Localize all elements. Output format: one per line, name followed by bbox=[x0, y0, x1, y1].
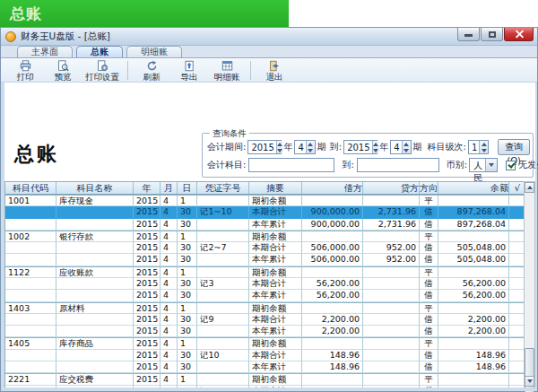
window-border bbox=[1, 83, 4, 391]
column-header[interactable]: 年 bbox=[134, 182, 161, 194]
tab-detail-ledger[interactable]: 明细账 bbox=[126, 46, 182, 57]
minimize-icon bbox=[464, 34, 473, 37]
table-row[interactable]: 2015430本年累计2,200.00借2,200.00 bbox=[5, 326, 525, 337]
minimize-button[interactable] bbox=[457, 28, 480, 41]
table-row[interactable]: 2015430本年累计506,000.00952.00借505,048.00 bbox=[5, 254, 525, 266]
close-button[interactable] bbox=[504, 28, 534, 41]
spinner-arrows-icon[interactable] bbox=[276, 141, 282, 153]
table-row[interactable]: 1405库存商品201541期初余额平 bbox=[5, 337, 525, 349]
query-row-subject: 会计科目: 到: 币别: 人民币 无发生额不显示 bbox=[207, 158, 530, 172]
query-button[interactable]: 查询(Q) bbox=[498, 139, 530, 155]
table-row[interactable]: 1002银行存款201541期初余额平 bbox=[5, 231, 525, 242]
currency-label: 币别: bbox=[447, 159, 467, 171]
table-row[interactable]: 2015430记9本期合计2,200.00借2,200.00 bbox=[5, 314, 525, 326]
app-window: 财务王U盘版 - [总账] 主界面 总账 明细账 打印 预览 打印 bbox=[0, 27, 538, 392]
window-border bbox=[1, 388, 537, 391]
ledger-body: 1001库存现金201541期初余额平2015430记1~10本期合计900,0… bbox=[5, 195, 525, 388]
column-header[interactable]: 方向 bbox=[420, 182, 438, 194]
year-unit-label: 年 bbox=[379, 141, 388, 153]
table-row[interactable]: 2221应交税费201541期初余额平 bbox=[5, 373, 525, 385]
preview-icon bbox=[57, 60, 69, 72]
scroll-down-button[interactable] bbox=[525, 376, 534, 387]
close-icon bbox=[514, 30, 524, 39]
print-settings-button[interactable]: 打印设置 bbox=[82, 59, 123, 82]
period-unit-label: 期 bbox=[413, 141, 422, 153]
year-unit-label: 年 bbox=[283, 141, 292, 153]
screen: 总账 财务王U盘版 - [总账] 主界面 总账 明细账 打印 预览 bbox=[0, 0, 538, 392]
page-banner-title: 总账 bbox=[10, 4, 42, 22]
column-header[interactable]: 摘要 bbox=[249, 182, 302, 194]
subject-label: 会计科目: bbox=[207, 159, 246, 171]
table-row[interactable]: 2015430本年累计148.96借148.96 bbox=[5, 362, 525, 373]
column-header[interactable]: 科目代码 bbox=[5, 182, 56, 194]
column-header[interactable]: 余额 bbox=[438, 182, 509, 194]
refresh-button[interactable]: 刷新 bbox=[133, 59, 170, 82]
table-row[interactable]: 1403原材料201541期初余额平 bbox=[5, 302, 525, 314]
table-row[interactable]: 2015430本年累计56,200.00借56,200.00 bbox=[5, 290, 525, 301]
table-row[interactable]: 1122应收账款201541期初余额平 bbox=[5, 266, 525, 278]
checkbox-check-icon bbox=[506, 161, 516, 170]
from-period-spinner[interactable]: 4 bbox=[294, 140, 315, 154]
column-header[interactable]: 贷方 bbox=[363, 182, 420, 194]
table-row[interactable]: 2015430本年累计900,000.002,731.96借897,268.04 bbox=[5, 219, 525, 231]
window-title: 财务王U盘版 - [总账] bbox=[21, 30, 110, 43]
subject-from-input[interactable] bbox=[248, 158, 334, 172]
period-unit-label: 期 bbox=[317, 141, 326, 153]
tab-main[interactable]: 主界面 bbox=[17, 46, 73, 57]
hide-zero-checkbox[interactable]: 无发生额不显示 bbox=[506, 159, 538, 171]
column-header[interactable]: 凭证字号 bbox=[197, 182, 249, 194]
subject-to-label: 到: bbox=[342, 159, 353, 171]
chevron-down-icon bbox=[485, 159, 497, 171]
column-header[interactable]: 日 bbox=[178, 182, 197, 194]
export-button[interactable]: 导出 bbox=[170, 59, 208, 82]
column-header[interactable]: 借方 bbox=[302, 182, 363, 194]
maximize-icon bbox=[489, 31, 496, 38]
preview-button[interactable]: 预览 bbox=[44, 59, 82, 82]
ledger-header-row: 科目代码科目名称年月日凭证字号摘要借方贷方方向余额√ bbox=[5, 182, 525, 195]
to-label: 到: bbox=[330, 141, 342, 153]
window-border bbox=[535, 83, 537, 391]
table-row[interactable]: 2015430记10本期合计148.96借148.96 bbox=[5, 350, 525, 362]
scroll-up-button[interactable] bbox=[525, 182, 534, 193]
detail-ledger-button[interactable]: 明细账 bbox=[208, 59, 246, 82]
titlebar: 财务王U盘版 - [总账] bbox=[1, 28, 537, 46]
currency-dropdown[interactable]: 人民币 bbox=[469, 158, 498, 172]
exit-button[interactable]: 退出 bbox=[256, 59, 293, 82]
print-button[interactable]: 打印 bbox=[6, 59, 44, 82]
table-row[interactable]: 1001库存现金201541期初余额平 bbox=[5, 195, 525, 206]
period-label: 会计期间: bbox=[207, 141, 246, 153]
table-row[interactable]: 2015430记1~10本期合计900,000.002,731.96借897,2… bbox=[5, 206, 525, 218]
vertical-scrollbar[interactable] bbox=[524, 181, 535, 388]
toolbar-separator bbox=[127, 61, 128, 80]
column-header[interactable]: 月 bbox=[161, 182, 178, 194]
to-period-spinner[interactable]: 4 bbox=[390, 140, 411, 154]
printer-icon bbox=[20, 60, 31, 72]
from-year-spinner[interactable]: 2015 bbox=[247, 140, 282, 154]
to-year-spinner[interactable]: 2015 bbox=[343, 140, 377, 154]
level-spinner[interactable]: 1 bbox=[468, 140, 489, 154]
ledger-title: 总账 bbox=[14, 141, 59, 168]
spinner-arrows-icon[interactable] bbox=[306, 141, 315, 153]
toolbar-separator bbox=[250, 61, 251, 80]
ledger-table: 科目代码科目名称年月日凭证字号摘要借方贷方方向余额√ 1001库存现金20154… bbox=[4, 181, 525, 388]
subject-to-input[interactable] bbox=[357, 158, 439, 172]
level-label: 科目级次: bbox=[428, 141, 466, 153]
detail-ledger-icon bbox=[221, 60, 233, 72]
client-area: 总账 查询条件 会计期间: 2015 年 4 期 到: bbox=[1, 83, 537, 391]
refresh-icon bbox=[146, 60, 158, 72]
export-icon bbox=[184, 60, 195, 72]
spinner-arrows-icon[interactable] bbox=[372, 141, 378, 153]
tab-bar: 主界面 总账 明细账 bbox=[1, 46, 537, 58]
column-header[interactable]: 科目名称 bbox=[56, 182, 134, 194]
table-row[interactable]: 2015430记3本期合计56,200.00借56,200.00 bbox=[5, 278, 525, 290]
exit-icon bbox=[269, 60, 281, 72]
tab-general-ledger[interactable]: 总账 bbox=[76, 46, 123, 57]
print-settings-icon bbox=[97, 60, 108, 72]
table-row[interactable]: 2015430记2~7本期合计506,000.00952.00借505,048.… bbox=[5, 242, 525, 254]
toolbar: 打印 预览 打印设置 刷新 导出 明细账 bbox=[1, 59, 537, 83]
maximize-button[interactable] bbox=[481, 28, 503, 41]
spinner-arrows-icon[interactable] bbox=[479, 141, 488, 153]
spinner-arrows-icon[interactable] bbox=[402, 141, 411, 153]
app-icon bbox=[5, 31, 16, 42]
arrow-up-icon bbox=[527, 186, 533, 189]
